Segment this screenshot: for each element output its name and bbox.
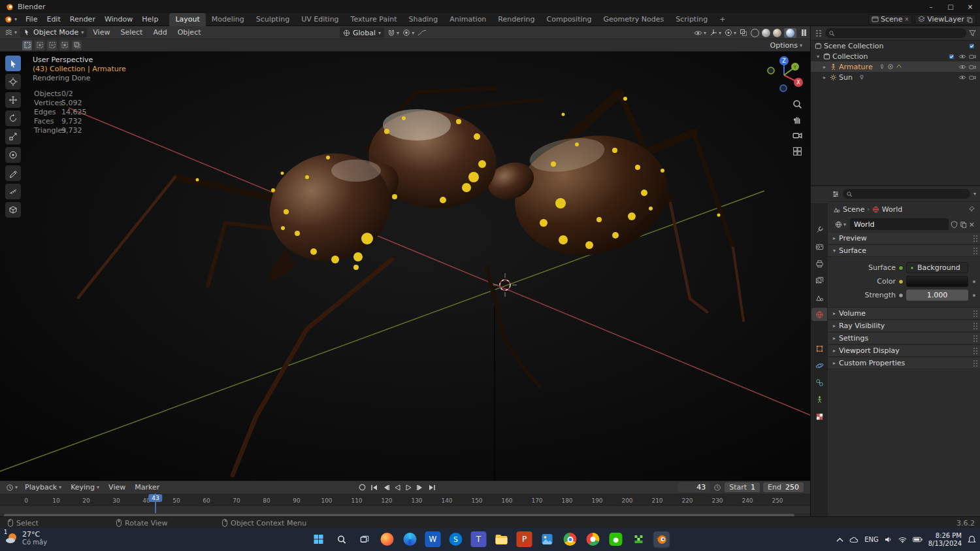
tool-measure[interactable]	[5, 184, 21, 199]
drag-handle-icon[interactable]	[973, 348, 975, 349]
tab-rendering[interactable]: Rendering	[492, 13, 540, 26]
tray-chevron-up-icon[interactable]	[836, 537, 843, 543]
panel-volume[interactable]: ▸ Volume	[828, 307, 980, 320]
panel-custom-properties[interactable]: ▸ Custom Properties	[828, 357, 980, 369]
menu-file[interactable]: File	[21, 13, 42, 26]
falloff-curve-icon[interactable]	[417, 29, 427, 37]
shading-solid-button[interactable]	[762, 29, 770, 37]
color-swatch-field[interactable]	[906, 276, 968, 287]
xray-toggle-icon[interactable]	[740, 29, 747, 37]
expand-icon[interactable]: ▾	[815, 54, 821, 59]
viewlayer-selector[interactable]: ViewLayer	[915, 14, 976, 25]
toggle-ortho-icon[interactable]	[792, 146, 803, 157]
new-copy-icon[interactable]	[960, 221, 967, 228]
camera-render-icon[interactable]	[969, 64, 976, 70]
fake-user-shield-icon[interactable]	[951, 221, 958, 228]
next-keyframe-icon[interactable]	[416, 484, 424, 491]
drag-handle-icon[interactable]	[973, 360, 975, 361]
eye-icon[interactable]	[958, 54, 966, 59]
tab-render[interactable]	[811, 240, 827, 253]
drag-handle-icon[interactable]	[973, 235, 975, 237]
transform-orientation-dropdown[interactable]: Global ▾	[340, 27, 384, 38]
menu-edit[interactable]: Edit	[42, 13, 65, 26]
select-mode-intersect-button[interactable]	[72, 41, 82, 50]
tab-compositing[interactable]: Compositing	[541, 13, 598, 26]
tab-constraints[interactable]	[811, 376, 827, 389]
strength-number-field[interactable]: 1.000	[906, 290, 968, 301]
minimize-button[interactable]: –	[921, 0, 941, 13]
select-mode-invert-button[interactable]	[59, 41, 69, 50]
outliner-row-scene-collection[interactable]: Scene Collection	[811, 41, 980, 51]
onedrive-cloud-icon[interactable]	[849, 537, 858, 543]
tab-texture-paint[interactable]: Texture Paint	[345, 13, 403, 26]
play-icon[interactable]	[405, 484, 412, 491]
tab-layout[interactable]: Layout	[169, 13, 205, 26]
panel-surface[interactable]: ▾ Surface	[828, 244, 980, 257]
preview-range-clock-icon[interactable]	[713, 484, 721, 492]
menu-object[interactable]: Object	[173, 26, 206, 39]
current-frame-field[interactable]: 43	[678, 482, 710, 492]
drag-handle-icon[interactable]	[973, 335, 975, 337]
object-visibility-dropdown[interactable]: ▾	[694, 29, 706, 37]
tab-world[interactable]	[811, 308, 827, 321]
blender-taskbar-icon[interactable]	[654, 531, 670, 547]
wifi-icon[interactable]	[898, 537, 907, 543]
wechat-icon[interactable]: ●	[608, 531, 624, 547]
tab-animation[interactable]: Animation	[444, 13, 492, 26]
blender-menu-button[interactable]: ▾	[0, 15, 21, 24]
photos-icon[interactable]	[540, 531, 555, 547]
breadcrumb-world[interactable]: World	[882, 205, 903, 214]
filter-funnel-icon[interactable]	[969, 29, 976, 37]
search-button[interactable]	[334, 531, 350, 547]
menu-window[interactable]: Window	[100, 13, 137, 26]
tool-select-box[interactable]	[5, 56, 21, 71]
tab-scripting[interactable]: Scripting	[670, 13, 713, 26]
pause-render-button[interactable]	[802, 29, 806, 36]
unlink-icon[interactable]: ×	[905, 16, 909, 22]
animate-dot-icon[interactable]	[973, 294, 975, 297]
menu-help[interactable]: Help	[137, 13, 163, 26]
panel-settings[interactable]: ▸ Settings	[828, 332, 980, 344]
battery-icon[interactable]	[913, 537, 923, 543]
tab-texture[interactable]	[811, 410, 827, 423]
gizmos-dropdown[interactable]: ▾	[710, 29, 721, 37]
close-button[interactable]: ×	[960, 0, 980, 13]
snap-toggle[interactable]: ▾	[387, 29, 399, 37]
timeline-editor-type-button[interactable]: ▾	[4, 484, 20, 492]
camera-render-icon[interactable]	[969, 75, 976, 80]
menu-marker[interactable]: Marker	[131, 483, 163, 492]
tool-transform[interactable]	[5, 147, 21, 163]
select-mode-subtract-button[interactable]	[47, 41, 57, 50]
language-indicator[interactable]: ENG	[864, 536, 879, 543]
tab-uv-editing[interactable]: UV Editing	[295, 13, 344, 26]
notification-bell-icon[interactable]	[968, 535, 976, 544]
panel-ray-visibility[interactable]: ▸ Ray Visibility	[828, 320, 980, 332]
tab-physics[interactable]	[811, 359, 827, 372]
shading-material-button[interactable]	[773, 29, 781, 37]
checkbox-icon[interactable]	[969, 43, 976, 49]
camera-view-icon[interactable]	[792, 130, 803, 141]
jump-to-start-icon[interactable]	[370, 484, 378, 491]
auto-key-record-icon[interactable]	[358, 483, 367, 492]
tab-geometry-nodes[interactable]: Geometry Nodes	[597, 13, 670, 26]
chrome-icon[interactable]	[563, 531, 578, 547]
tab-scene[interactable]	[811, 291, 827, 304]
zoom-icon[interactable]	[792, 99, 803, 110]
tab-modeling[interactable]: Modeling	[206, 13, 250, 26]
tool-cursor[interactable]	[5, 74, 21, 90]
tool-rotate[interactable]	[5, 110, 21, 126]
expand-icon[interactable]: ▸	[821, 64, 828, 70]
scene-selector[interactable]: Scene ×	[868, 14, 912, 25]
breadcrumb-scene[interactable]: Scene	[843, 205, 865, 214]
copy-icon[interactable]	[966, 16, 973, 23]
checkbox-icon[interactable]	[949, 54, 956, 59]
jump-to-end-icon[interactable]	[428, 484, 436, 491]
eye-icon[interactable]	[958, 64, 966, 70]
maximize-button[interactable]: □	[941, 0, 960, 13]
select-mode-extend-button[interactable]	[35, 41, 44, 50]
tab-view-layer[interactable]	[811, 274, 827, 287]
add-workspace-button[interactable]: +	[713, 13, 731, 26]
edge-icon[interactable]	[402, 531, 418, 547]
panel-viewport-display[interactable]: ▸ Viewport Display	[828, 344, 980, 357]
unlink-x-icon[interactable]: ×	[969, 220, 975, 229]
